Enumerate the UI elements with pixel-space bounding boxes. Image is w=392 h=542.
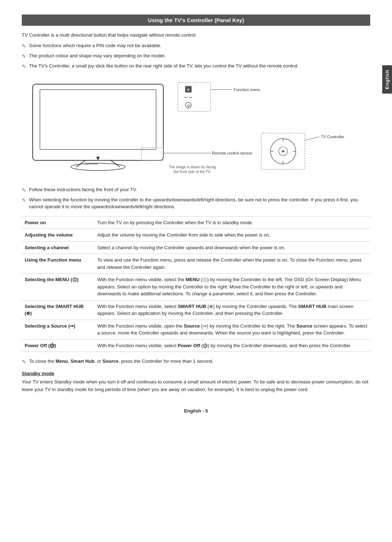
follow-inst-1: ✎ Follow these instructions facing the f… [22,186,370,194]
bullet-text-3: The TV's Controller, a small joy stick l… [29,62,370,70]
table-label-7: Power Off (⏻) [22,339,94,352]
svg-point-2 [71,163,125,171]
diagram-area: SAMSUNG ⊞ ↩ ↪ ⏻ Function menu Remote con… [22,77,370,180]
tv-illustration: SAMSUNG ⊞ ↩ ↪ ⏻ Function menu Remote con… [22,77,370,180]
table-label-2: Selecting a channel [22,241,94,254]
follow-inst-2: ✎ When selecting the function by moving … [22,196,370,210]
svg-text:↩ ↪: ↩ ↪ [184,95,192,99]
table-label-3: Using the Function menu [22,254,94,274]
bullet-item-2: ✎ The product colour and shape may vary … [22,52,370,60]
table-desc-0: Turn the TV on by pressing the Controlle… [94,216,370,229]
bullet-text-1: Some functions which require a PIN code … [29,42,370,49]
follow-text-2: When selecting the function by moving th… [29,196,370,210]
table-desc-3: To view and use the Function menu, press… [94,254,370,274]
bullet-text-2: The product colour and shape may vary de… [29,52,370,59]
bullet-icon-1: ✎ [22,42,26,50]
instructions-section: ✎ Follow these instructions facing the f… [22,186,370,210]
table-label-1: Adjusting the volume [22,229,94,242]
standby-title: Standby mode [22,371,370,376]
table-row: Power Off (⏻)With the Function menu visi… [22,339,370,352]
svg-point-26 [282,150,284,152]
table-row: Selecting the MENU (㊂)With the Function … [22,274,370,300]
follow-icon-1: ✎ [22,186,26,194]
table-desc-2: Select a channel by moving the Controlle… [94,241,370,254]
bullet-item-3: ✎ The TV's Controller, a small joy stick… [22,62,370,70]
intro-text: TV Controller is a multi directional but… [22,32,370,39]
table-desc-6: With the Function menu visible, open the… [94,320,370,339]
side-tab: English [382,65,392,94]
svg-text:⊞: ⊞ [187,88,190,91]
table-label-6: Selecting a Source (⇒) [22,320,94,339]
bottom-note: ✎ To close the Menu, Smart Hub, or Sourc… [22,358,370,366]
svg-text:SAMSUNG: SAMSUNG [85,163,98,165]
table-desc-5: With the Function menu visible, select S… [94,300,370,320]
page-title: Using the TV's Controller (Panel Key) [22,15,370,26]
svg-text:the front side of the TV.: the front side of the TV. [174,170,211,174]
table-label-0: Power on [22,216,94,229]
note-text: To close the Menu, Smart Hub, or Source,… [29,358,213,365]
svg-text:TV Controller: TV Controller [321,135,344,139]
svg-rect-7 [178,82,211,111]
table-desc-7: With the Function menu visible, select P… [94,339,370,352]
table-label-5: Selecting the SMART HUB (⊕) [22,300,94,320]
svg-text:Function menu: Function menu [234,87,260,92]
table-row: Selecting the SMART HUB (⊕)With the Func… [22,300,370,320]
table-row: Adjusting the volumeAdjust the volume by… [22,229,370,242]
function-table: Power onTurn the TV on by pressing the C… [22,216,370,352]
svg-rect-0 [33,84,163,160]
follow-text-1: Follow these instructions facing the fro… [29,186,370,193]
table-label-4: Selecting the MENU (㊂) [22,274,94,300]
table-desc-4: With the Function menu visible, select t… [94,274,370,300]
table-row: Selecting a channelSelect a channel by m… [22,241,370,254]
table-row: Power onTurn the TV on by pressing the C… [22,216,370,229]
bullet-icon-2: ✎ [22,53,26,60]
table-row: Selecting a Source (⇒)With the Function … [22,320,370,339]
table-desc-1: Adjust the volume by moving the Controll… [94,229,370,242]
standby-text: Your TV enters Standby mode when you tur… [22,378,370,394]
svg-text:⏻: ⏻ [187,104,190,107]
table-row: Using the Function menuTo view and use t… [22,254,370,274]
bullet-icon-3: ✎ [22,63,26,70]
svg-text:The image is drawn by facing: The image is drawn by facing [169,165,216,169]
footer-text: English - 5 [184,408,208,414]
follow-icon-2: ✎ [22,197,26,204]
note-icon: ✎ [22,358,26,366]
standby-section: Standby mode Your TV enters Standby mode… [22,371,370,394]
bullet-item-1: ✎ Some functions which require a PIN cod… [22,42,370,50]
svg-text:Remote control sensor: Remote control sensor [212,151,252,155]
svg-rect-1 [40,90,156,149]
page-footer: English - 5 [22,408,370,414]
svg-line-27 [305,137,319,140]
